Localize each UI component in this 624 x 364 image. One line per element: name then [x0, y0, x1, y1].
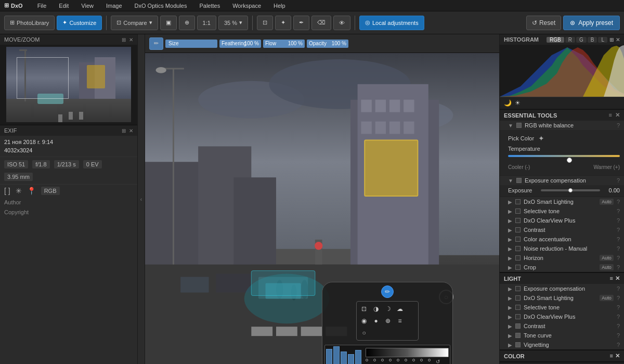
sun-icon[interactable]: ☀ [515, 99, 521, 107]
light-selective-help[interactable]: ? [617, 304, 620, 310]
crop-row[interactable]: ▶ Crop Auto ? [500, 263, 624, 272]
eyedropper-icon[interactable]: ✦ [538, 134, 544, 142]
menu-view[interactable]: View [79, 2, 96, 10]
clearview-cb[interactable] [515, 218, 521, 223]
tab-r[interactable]: R [565, 37, 575, 43]
mini-icon-6[interactable]: ● [371, 316, 381, 326]
clearview-row[interactable]: ▶ DxO ClearView Plus ? [500, 216, 624, 225]
exif-close[interactable]: ✕ [129, 128, 133, 134]
eye-tool[interactable]: 👁 [333, 16, 350, 30]
menu-help[interactable]: Help [271, 2, 288, 10]
wb-tool-row[interactable]: ▼ RGB white balance ? [500, 121, 624, 130]
light-contrast-row[interactable]: ▶ Contrast ? [500, 321, 624, 331]
tab-g[interactable]: G [576, 37, 587, 43]
color-close[interactable]: ✕ [615, 353, 620, 359]
menu-file[interactable]: File [35, 2, 49, 10]
light-vignetting-cb[interactable] [515, 342, 521, 347]
essential-tools-close[interactable]: ✕ [615, 112, 620, 119]
eraser-tool[interactable]: ⌫ [311, 16, 331, 30]
mini-icon-8[interactable]: ≡ [395, 316, 405, 326]
light-smart-help[interactable]: ? [617, 295, 620, 301]
moon-icon[interactable]: 🌙 [504, 99, 512, 107]
mini-icon-2[interactable]: ◑ [371, 304, 381, 314]
menu-edit[interactable]: Edit [57, 2, 71, 10]
histogram-pin[interactable]: ⊞ [609, 37, 614, 43]
customize-button[interactable]: ✦ Customize [57, 16, 102, 30]
photo-library-button[interactable]: ⊞ PhotoLibrary [4, 16, 55, 30]
clearview-help[interactable]: ? [617, 217, 620, 224]
horizon-row[interactable]: ▶ Horizon Auto ? [500, 253, 624, 263]
histogram-close[interactable]: ✕ [616, 37, 620, 43]
light-clearview-help[interactable]: ? [617, 314, 620, 320]
menu-palettes[interactable]: Palettes [197, 2, 222, 10]
tab-rgb[interactable]: RGB [547, 37, 564, 43]
light-exposure-cb[interactable] [515, 286, 521, 291]
zoom-1-1-button[interactable]: 1:1 [197, 16, 216, 30]
exposure-help[interactable]: ? [617, 177, 620, 184]
crop-tool[interactable]: ⊡ [257, 16, 273, 30]
crop-help[interactable]: ? [617, 264, 620, 270]
exposure-track[interactable] [541, 189, 600, 191]
brush-active-tool[interactable]: ✏ [149, 37, 163, 50]
selective-tone-help[interactable]: ? [617, 208, 620, 214]
light-close[interactable]: ✕ [615, 275, 620, 282]
smart-lighting-help[interactable]: ? [617, 199, 620, 205]
flow-slider[interactable]: Flow 100 % [263, 37, 305, 50]
eyedropper-tool[interactable]: ✦ [275, 16, 291, 30]
light-clearview-cb[interactable] [515, 314, 521, 319]
smart-lighting-cb[interactable] [515, 199, 521, 204]
zoom-level-dropdown[interactable]: 35 % ▾ [218, 16, 248, 30]
tab-b[interactable]: B [588, 37, 597, 43]
view-fit-button[interactable]: ⊕ [179, 16, 195, 30]
crop-cb[interactable] [515, 265, 521, 270]
mini-icon-7[interactable]: ⊕ [383, 316, 393, 326]
light-contrast-help[interactable]: ? [617, 323, 620, 329]
collapse-panel-button[interactable]: ‹ [138, 34, 145, 364]
noise-reduction-help[interactable]: ? [617, 245, 620, 252]
exposure-thumb[interactable] [568, 188, 573, 192]
wb-checkbox[interactable] [516, 123, 522, 128]
light-exposure-row[interactable]: ▶ Exposure compensation ? [500, 284, 624, 293]
tab-l[interactable]: L [598, 37, 607, 43]
color-menu[interactable]: ≡ [610, 353, 613, 359]
brush-tool[interactable]: ✒ [293, 16, 309, 30]
exposure-tool-row[interactable]: ▼ Exposure compensation ? [500, 176, 624, 185]
mini-icon-5[interactable]: ◉ [359, 316, 369, 326]
selective-tone-row[interactable]: ▶ Selective tone ? [500, 206, 624, 216]
temperature-slider[interactable] [508, 155, 620, 163]
menu-dxo-optics[interactable]: DxO Optics Modules [133, 2, 189, 10]
mini-icon-3[interactable]: ☽ [383, 304, 393, 314]
contrast-cb[interactable] [515, 227, 521, 232]
exif-pin[interactable]: ⊞ [122, 128, 126, 134]
selective-tone-cb[interactable] [515, 209, 521, 214]
light-smart-row[interactable]: ▶ DxO Smart Lighting Auto ? [500, 293, 624, 303]
local-adjustments-button[interactable]: ◎ Local adjustments [359, 16, 424, 30]
temperature-thumb[interactable] [567, 158, 572, 163]
move-zoom-close[interactable]: ✕ [129, 37, 133, 43]
horizon-cb[interactable] [515, 255, 521, 261]
canvas-viewport[interactable]: ○ ✏ ⊡ ◑ ☽ ☁ ◉ ● ⊕ ≡ ○ [145, 53, 499, 364]
light-tone-cb[interactable] [515, 333, 521, 338]
smart-lighting-row[interactable]: ▶ DxO Smart Lighting Auto ? [500, 197, 624, 206]
float-brush-btn[interactable]: ✏ [381, 285, 394, 298]
light-contrast-cb[interactable] [515, 323, 521, 329]
menu-workspace[interactable]: Workspace [230, 2, 263, 10]
compare-button[interactable]: ⊡ Compare ▾ [111, 16, 158, 30]
essential-tools-menu[interactable]: ≡ [609, 112, 612, 119]
contrast-row[interactable]: ▶ Contrast ? [500, 225, 624, 235]
reset-curve-btn[interactable]: ↺ [436, 359, 440, 364]
light-selective-tone-row[interactable]: ▶ Selective tone ? [500, 303, 624, 312]
horizon-help[interactable]: ? [617, 255, 620, 261]
mini-icon-4[interactable]: ☁ [395, 304, 405, 314]
feathering-slider[interactable]: Feathering 100 % [219, 37, 261, 50]
apply-preset-button[interactable]: ⊛ Apply preset [563, 16, 620, 30]
noise-reduction-cb[interactable] [515, 246, 521, 251]
wb-help[interactable]: ? [617, 122, 620, 128]
color-accent-help[interactable]: ? [617, 236, 620, 242]
light-menu[interactable]: ≡ [610, 275, 613, 282]
light-tone-curve-row[interactable]: ▶ Tone curve ? [500, 331, 624, 340]
reset-button[interactable]: ↺ Reset [526, 16, 561, 30]
menu-image[interactable]: Image [104, 2, 124, 10]
mini-icon-9[interactable]: ○ [359, 328, 369, 338]
mini-icon-1[interactable]: ⊡ [359, 304, 369, 314]
